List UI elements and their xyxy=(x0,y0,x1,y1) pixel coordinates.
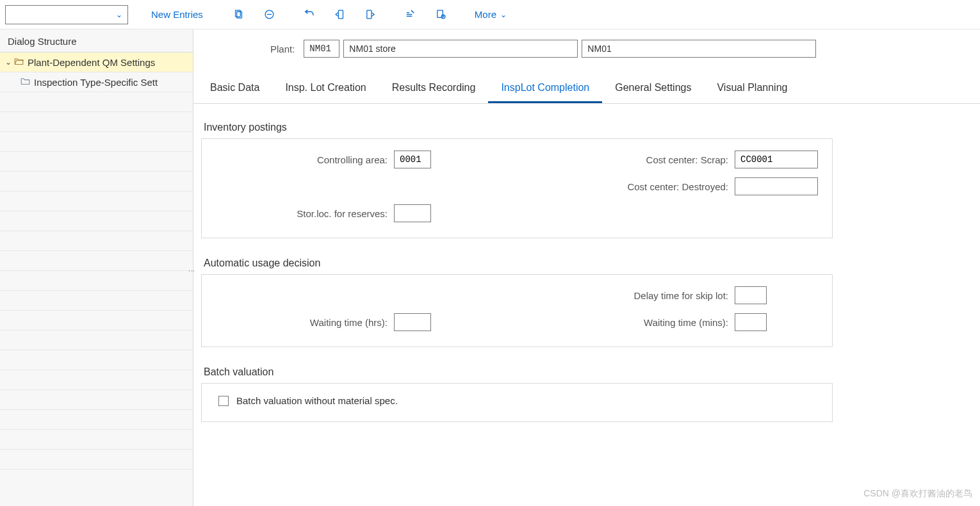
batch-valuation-label: Batch valuation without material spec. xyxy=(236,395,398,406)
chevron-down-icon: ⌄ xyxy=(116,10,122,19)
tree-row-empty xyxy=(0,291,193,311)
section-title-inventory: Inventory postings xyxy=(204,122,980,133)
plant-name-field[interactable]: NM01 store xyxy=(343,40,578,58)
tree-row-empty xyxy=(0,172,193,192)
tree-item-label: Inspection Type-Specific Sett xyxy=(34,77,158,88)
cost-center-scrap-label: Cost center: Scrap: xyxy=(530,154,735,165)
cost-center-destroyed-label: Cost center: Destroyed: xyxy=(530,181,735,192)
tree-row-empty xyxy=(0,450,193,469)
svg-rect-5 xyxy=(367,10,372,19)
tree-row-empty xyxy=(0,132,193,152)
tab-general-settings[interactable]: General Settings xyxy=(602,76,704,103)
svg-rect-1 xyxy=(237,12,242,18)
next-entry-icon[interactable] xyxy=(357,5,385,24)
more-label: More xyxy=(475,9,496,20)
tree-row-empty xyxy=(0,311,193,331)
tab-insplot-completion[interactable]: InspLot Completion xyxy=(488,76,602,103)
tree-row-empty xyxy=(0,211,193,231)
tree-row-empty xyxy=(0,430,193,450)
toolbar: ⌄ New Entries More ⌄ xyxy=(0,0,980,29)
controlling-area-field[interactable] xyxy=(394,151,431,168)
copy-as-icon[interactable] xyxy=(225,5,253,24)
delay-time-field[interactable] xyxy=(735,286,767,304)
tree-row-empty xyxy=(0,410,193,430)
tree-item-label: Plant-Dependent QM Settings xyxy=(28,57,155,68)
tree-row-empty xyxy=(0,331,193,350)
delay-time-label: Delay time for skip lot: xyxy=(530,290,735,301)
chevron-down-icon: ⌄ xyxy=(500,10,507,19)
tree-row-empty xyxy=(0,271,193,291)
config-icon[interactable] xyxy=(427,5,455,24)
tree-row-empty xyxy=(0,231,193,251)
storloc-field[interactable] xyxy=(394,204,431,222)
tab-basic-data[interactable]: Basic Data xyxy=(197,76,272,103)
plant-code-field[interactable]: NM01 xyxy=(304,40,339,58)
more-button[interactable]: More ⌄ xyxy=(467,9,514,20)
select-all-icon[interactable] xyxy=(396,5,425,24)
folder-icon xyxy=(20,77,30,87)
waiting-time-hrs-label: Waiting time (hrs): xyxy=(215,317,394,328)
dialog-structure-tree: ⌄ Plant-Dependent QM Settings Inspection… xyxy=(0,53,193,506)
waiting-time-mins-field[interactable] xyxy=(735,313,767,331)
svg-rect-4 xyxy=(339,10,343,19)
splitter-handle[interactable]: ⋮ xyxy=(188,268,195,275)
undo-icon[interactable] xyxy=(295,5,323,24)
tree-row-empty xyxy=(0,251,193,271)
tabstrip: Basic Data Insp. Lot Creation Results Re… xyxy=(193,76,980,104)
new-entries-button[interactable]: New Entries xyxy=(141,9,213,20)
group-inventory-postings: Controlling area: Cost center: Scrap: Co… xyxy=(201,138,833,238)
chevron-down-icon: ⌄ xyxy=(5,58,12,67)
tree-item-plant-qm-settings[interactable]: ⌄ Plant-Dependent QM Settings xyxy=(0,53,193,72)
tree-row-empty xyxy=(0,390,193,410)
tree-row-empty xyxy=(0,112,193,132)
svg-rect-0 xyxy=(236,10,241,17)
group-auto-usage-decision: Delay time for skip lot: Waiting time (h… xyxy=(201,274,833,347)
tab-results-recording[interactable]: Results Recording xyxy=(379,76,489,103)
batch-valuation-checkbox[interactable] xyxy=(218,396,229,406)
delete-icon[interactable] xyxy=(256,5,284,24)
group-batch-valuation: Batch valuation without material spec. xyxy=(201,383,833,422)
storloc-label: Stor.loc. for reserves: xyxy=(215,208,394,219)
cost-center-scrap-field[interactable] xyxy=(735,151,818,168)
title-dropdown[interactable]: ⌄ xyxy=(5,5,128,24)
plant-label: Plant: xyxy=(270,44,295,54)
tree-row-empty xyxy=(0,92,193,112)
waiting-time-hrs-field[interactable] xyxy=(394,313,431,331)
plant-extra-field[interactable]: NM01 xyxy=(582,40,816,58)
tree-row-empty xyxy=(0,192,193,211)
tree-row-empty xyxy=(0,370,193,390)
previous-entry-icon[interactable] xyxy=(326,5,354,24)
app-body: Dialog Structure ⌄ Plant-Dependent QM Se… xyxy=(0,29,980,506)
tree-row-empty xyxy=(0,152,193,172)
sidebar-title: Dialog Structure xyxy=(0,29,193,53)
plant-header: Plant: NM01 NM01 store NM01 xyxy=(193,40,980,58)
tab-insp-lot-creation[interactable]: Insp. Lot Creation xyxy=(272,76,379,103)
section-title-auto-ud: Automatic usage decision xyxy=(204,257,980,269)
svg-rect-9 xyxy=(437,10,443,17)
controlling-area-label: Controlling area: xyxy=(215,154,394,165)
sidebar: Dialog Structure ⌄ Plant-Dependent QM Se… xyxy=(0,29,193,506)
section-title-batch-valuation: Batch valuation xyxy=(204,366,980,378)
cost-center-destroyed-field[interactable] xyxy=(735,177,818,195)
main-content: Plant: NM01 NM01 store NM01 Basic Data I… xyxy=(193,29,980,506)
folder-open-icon xyxy=(14,57,24,67)
waiting-time-mins-label: Waiting time (mins): xyxy=(530,317,735,328)
tab-visual-planning[interactable]: Visual Planning xyxy=(704,76,800,103)
tree-row-empty xyxy=(0,350,193,370)
tree-item-inspection-type-settings[interactable]: Inspection Type-Specific Sett xyxy=(0,72,193,92)
